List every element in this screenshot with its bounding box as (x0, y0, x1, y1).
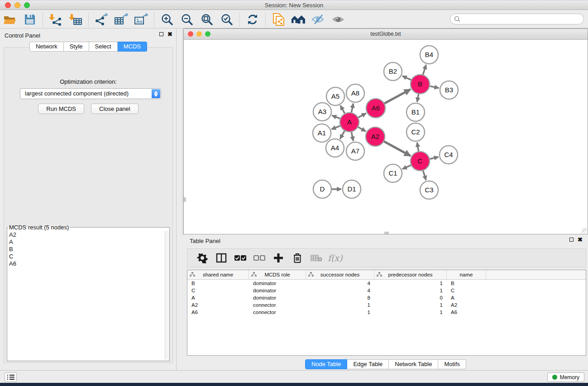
vertical-scroll-nub[interactable] (184, 197, 186, 202)
column-header-MCDS-role[interactable]: MCDS role (249, 270, 306, 279)
graph-edge-A-A1[interactable] (331, 126, 340, 129)
zoom-selected-icon[interactable] (219, 13, 234, 26)
table-cell[interactable]: connector (249, 301, 306, 309)
run-mcds-button[interactable]: Run MCDS (38, 104, 84, 114)
table-cell[interactable]: 1 (306, 309, 374, 316)
close-panel-icon[interactable]: ✖ (167, 32, 172, 36)
table-cell[interactable]: A6 (187, 309, 249, 316)
mcds-result-list[interactable]: A2ABCA6 (7, 231, 165, 360)
table-cell[interactable]: A2 (447, 301, 486, 309)
result-list-scrollbar[interactable] (165, 231, 169, 360)
table-cell[interactable]: B (447, 280, 486, 287)
result-item[interactable]: C (9, 253, 165, 260)
tab-network[interactable]: Network (29, 42, 64, 52)
delete-column-icon[interactable] (291, 251, 304, 265)
column-header-successor-nodes[interactable]: successor nodes (306, 270, 374, 279)
tab-edge-table[interactable]: Edge Table (347, 359, 389, 369)
graph-edge-C-C1[interactable] (402, 165, 411, 169)
graph-edge-A-A2[interactable] (358, 127, 366, 131)
column-header-predecessor-nodes[interactable]: predecessor nodes (374, 270, 447, 279)
settings-gear-icon[interactable] (196, 251, 209, 265)
graph-edge-B-B4[interactable] (423, 65, 426, 75)
table-row[interactable]: Cdominator41C (187, 287, 586, 294)
table-cell[interactable]: C (447, 287, 486, 294)
graph-edge-C-C4[interactable] (430, 157, 438, 159)
table-cell[interactable]: 1 (306, 301, 374, 309)
add-column-icon[interactable] (272, 251, 285, 265)
table-cell[interactable]: connector (249, 309, 306, 316)
graph-edge-A-A3[interactable] (332, 115, 340, 119)
export-image-icon[interactable] (134, 13, 149, 26)
optimization-criterion-select[interactable]: largest connected component (directed) (20, 88, 161, 99)
zoom-fit-icon[interactable] (199, 13, 215, 26)
graph-edge-A2-C[interactable] (384, 142, 411, 156)
result-item[interactable]: A (9, 238, 165, 246)
horizontal-scroll-nub[interactable] (384, 232, 389, 234)
table-cell[interactable]: 1 (374, 309, 447, 316)
table-cell[interactable]: 1 (374, 287, 447, 294)
table-cell[interactable]: 0 (374, 294, 447, 301)
table-cell[interactable]: 1 (374, 280, 447, 287)
column-header-name[interactable]: name (447, 270, 486, 279)
import-table-icon[interactable] (68, 13, 83, 26)
export-network-icon[interactable] (94, 13, 109, 26)
float-panel-icon[interactable] (159, 32, 163, 36)
graph-edge-A-A4[interactable] (340, 131, 344, 139)
table-cell[interactable]: dominator (249, 280, 306, 287)
new-network-from-selection-icon[interactable] (271, 13, 286, 26)
tab-mcds[interactable]: MCDS (118, 42, 147, 52)
network-canvas[interactable]: B4B2BB3A8A5A6B1A3AC2A1A2A4A7C4CC1C3DD1 (184, 40, 588, 234)
deselect-all-icon[interactable] (253, 251, 266, 265)
table-cell[interactable]: A2 (187, 301, 249, 309)
select-all-icon[interactable] (234, 251, 247, 265)
function-builder-icon[interactable]: f(x) (328, 253, 343, 263)
graph-edge-C-C2[interactable] (417, 143, 419, 152)
table-cell[interactable]: C (187, 287, 249, 294)
tab-node-table[interactable]: Node Table (305, 359, 348, 369)
search-input[interactable] (450, 14, 584, 24)
column-header-shared-name[interactable]: shared name (187, 270, 249, 279)
graph-edge-B-B1[interactable] (417, 94, 419, 102)
graph-edge-C-C3[interactable] (423, 171, 426, 180)
table-cell[interactable]: dominator (249, 287, 306, 294)
float-table-panel-icon[interactable] (569, 238, 574, 242)
close-table-panel-icon[interactable]: ✖ (578, 238, 583, 242)
close-panel-button[interactable]: Close panel (91, 104, 139, 114)
table-cell[interactable]: B (187, 280, 249, 287)
import-network-icon[interactable] (48, 13, 63, 26)
node-table[interactable]: shared nameMCDS rolesuccessor nodesprede… (187, 270, 586, 356)
table-cell[interactable]: 1 (374, 301, 447, 309)
table-row[interactable]: A6connector11A6 (187, 309, 586, 316)
tab-motifs[interactable]: Motifs (438, 359, 466, 369)
tab-network-table[interactable]: Network Table (389, 359, 438, 369)
memory-button[interactable]: Memory (547, 372, 584, 382)
delete-table-icon[interactable] (310, 251, 323, 265)
hide-selected-icon[interactable] (311, 13, 326, 26)
graph-edge-B-B2[interactable] (402, 76, 411, 80)
save-session-icon[interactable] (22, 13, 38, 26)
tab-style[interactable]: Style (64, 42, 89, 52)
result-item[interactable]: A6 (9, 260, 165, 267)
table-cell[interactable]: 4 (306, 280, 374, 287)
zoom-out-icon[interactable] (179, 13, 195, 26)
table-cell[interactable]: A (187, 294, 249, 301)
graph-edge-B-B3[interactable] (430, 86, 439, 88)
export-table-icon[interactable] (114, 13, 129, 26)
graph-edge-A6-B[interactable] (384, 89, 411, 103)
table-row[interactable]: Bdominator41B (187, 280, 586, 287)
tab-select[interactable]: Select (89, 42, 118, 52)
result-item[interactable]: B (9, 246, 165, 253)
table-row[interactable]: Adominator80A (187, 294, 586, 301)
result-item[interactable]: A2 (9, 231, 165, 238)
toggle-column-view-icon[interactable] (215, 251, 228, 265)
table-cell[interactable]: dominator (249, 294, 306, 301)
open-file-icon[interactable] (2, 13, 18, 26)
zoom-in-icon[interactable] (159, 13, 175, 26)
apply-layout-icon[interactable] (245, 13, 260, 26)
first-neighbors-icon[interactable] (291, 13, 306, 26)
table-row[interactable]: A2connector11A2 (187, 301, 586, 309)
show-graphics-details-icon[interactable] (330, 13, 346, 26)
graph-edge-A-A7[interactable] (351, 132, 353, 141)
graph-edge-A-A6[interactable] (358, 113, 366, 117)
table-cell[interactable]: 8 (306, 294, 374, 301)
